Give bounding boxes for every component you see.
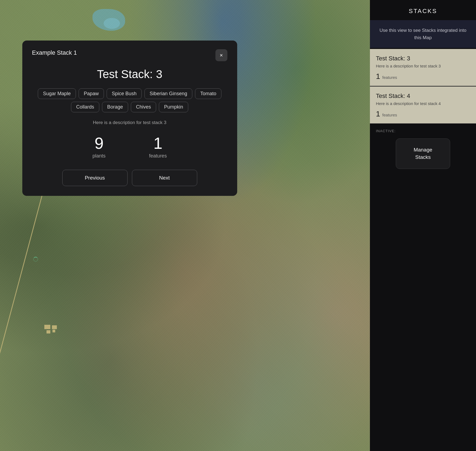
tag-item: Sugar Maple — [38, 88, 76, 99]
stack-cards-container: Test Stack: 3 Here is a description for … — [370, 48, 476, 124]
tag-item: Collards — [71, 102, 99, 112]
stack-card-1[interactable]: Test Stack: 4 Here is a description for … — [370, 87, 476, 123]
sidebar-info-text: Use this view to see Stacks integrated i… — [379, 28, 466, 40]
stack-detail-modal: Example Stack 1 × Test Stack: 3 Sugar Ma… — [22, 41, 237, 196]
modal-footer: Previous Next — [32, 170, 227, 186]
features-stat: 1 features — [149, 135, 167, 159]
stack-card-features: 1 features — [376, 110, 470, 118]
stats-row: 9 plants 1 features — [32, 135, 227, 159]
manage-stacks-button[interactable]: ManageStacks — [396, 138, 450, 169]
tag-item: Siberian Ginseng — [144, 88, 192, 99]
stack-card-title: Test Stack: 3 — [376, 55, 470, 62]
sidebar-info-box: Use this view to see Stacks integrated i… — [370, 20, 476, 48]
tag-item: Borage — [102, 102, 128, 112]
next-button[interactable]: Next — [132, 170, 197, 186]
features-label: features — [149, 153, 167, 159]
tag-item: Pumpkin — [159, 102, 188, 112]
stack-card-count: 1 — [376, 72, 380, 81]
sidebar-title: STACKS — [409, 8, 437, 14]
modal-header: Example Stack 1 × — [32, 49, 227, 61]
plants-stat: 9 plants — [92, 135, 106, 159]
plants-label: plants — [92, 153, 106, 159]
water-feature-2 — [104, 18, 120, 29]
tag-item: Papaw — [79, 88, 104, 99]
stack-card-0[interactable]: Test Stack: 3 Here is a description for … — [370, 49, 476, 86]
modal-subtitle: Example Stack 1 — [32, 49, 77, 56]
modal-description: Here is a description for test stack 3 — [32, 120, 227, 125]
plants-count: 9 — [92, 135, 106, 152]
previous-button[interactable]: Previous — [62, 170, 128, 186]
features-count: 1 — [149, 135, 167, 152]
stack-card-title: Test Stack: 4 — [376, 92, 470, 100]
map-area[interactable]: Example Stack 1 × Test Stack: 3 Sugar Ma… — [0, 0, 370, 451]
tags-container: Sugar MaplePapawSpice BushSiberian Ginse… — [32, 88, 227, 112]
inactive-section-label: INACTIVE: — [370, 124, 476, 136]
modal-stack-title: Test Stack: 3 — [32, 68, 227, 81]
loading-indicator — [33, 257, 38, 262]
stack-card-features-label: features — [382, 75, 397, 80]
stack-card-features: 1 features — [376, 72, 470, 81]
road — [0, 184, 46, 380]
sidebar: STACKS Use this view to see Stacks integ… — [370, 0, 476, 451]
tag-item: Spice Bush — [107, 88, 142, 99]
close-button[interactable]: × — [215, 49, 227, 61]
tag-item: Tomato — [195, 88, 221, 99]
sidebar-header: STACKS — [370, 0, 476, 20]
stack-card-desc: Here is a description for test stack 4 — [376, 101, 470, 106]
tag-item: Chives — [131, 102, 156, 112]
stack-card-features-label: features — [382, 113, 397, 117]
stack-card-count: 1 — [376, 110, 380, 118]
stack-card-desc: Here is a description for test stack 3 — [376, 64, 470, 68]
